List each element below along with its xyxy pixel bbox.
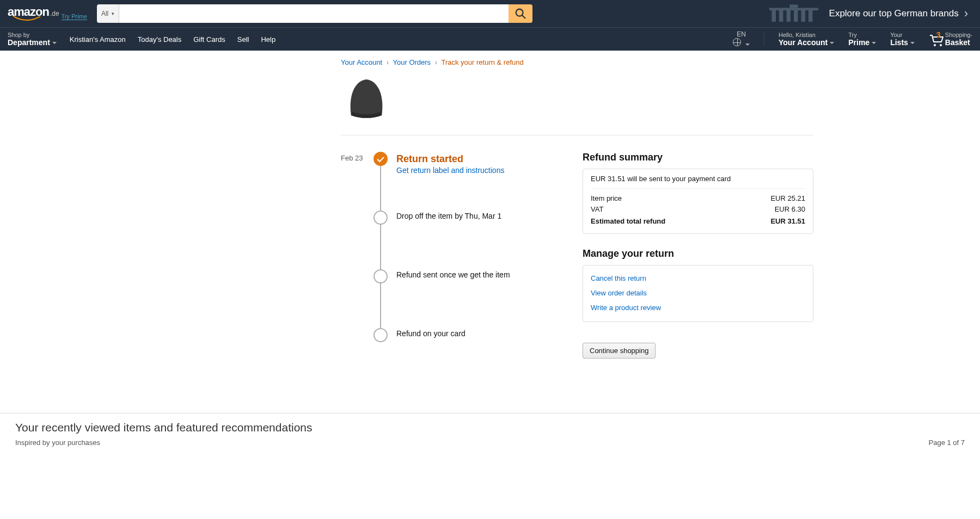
svg-point-11 bbox=[940, 44, 942, 46]
lists-menu[interactable]: Your Lists bbox=[890, 32, 915, 47]
nav-link-sell[interactable]: Sell bbox=[237, 35, 249, 44]
cart-count-badge: 3 bbox=[936, 30, 941, 39]
brandenburg-gate-icon bbox=[769, 4, 818, 23]
german-brands-promo[interactable]: Explore our top German brands › bbox=[532, 4, 975, 23]
globe-icon bbox=[733, 38, 741, 46]
logo-text: amazon bbox=[8, 5, 49, 18]
manage-return-card: Cancel this return View order details Wr… bbox=[583, 265, 813, 322]
chevron-down-icon bbox=[745, 44, 750, 46]
cancel-return-link[interactable]: Cancel this return bbox=[591, 271, 805, 286]
step-circle bbox=[373, 328, 388, 342]
prime-bottom-label: Prime bbox=[848, 38, 869, 47]
step-text: Drop off the item by Thu, Mar 1 bbox=[396, 211, 501, 220]
prime-top-label: Try bbox=[848, 32, 876, 38]
vat-value: EUR 6.30 bbox=[775, 204, 805, 215]
chevron-down-icon bbox=[910, 42, 915, 44]
search-category-dropdown[interactable]: All ▾ bbox=[97, 4, 119, 23]
language-selector[interactable]: EN bbox=[733, 30, 750, 48]
dept-bottom-label: Department bbox=[8, 38, 50, 47]
rvi-page-indicator: Page 1 of 7 bbox=[929, 438, 965, 447]
account-bottom-label: Your Account bbox=[779, 38, 828, 47]
step-text: Refund sent once we get the item bbox=[396, 269, 510, 279]
svg-rect-4 bbox=[779, 10, 783, 22]
step-text: Refund on your card bbox=[396, 328, 465, 338]
item-price-value: EUR 25.21 bbox=[770, 193, 805, 204]
dept-top-label: Shop by bbox=[8, 32, 57, 38]
total-refund-value: EUR 31.51 bbox=[770, 216, 805, 227]
timeline-step-dropoff: Drop off the item by Thu, Mar 1 bbox=[373, 211, 510, 269]
chevron-down-icon bbox=[830, 42, 834, 44]
nav-link-gift-cards[interactable]: Gift Cards bbox=[193, 35, 225, 44]
svg-rect-2 bbox=[769, 8, 818, 11]
nav-link-help[interactable]: Help bbox=[261, 35, 275, 44]
logo-domain: .de bbox=[50, 10, 59, 18]
step-circle bbox=[373, 269, 388, 283]
svg-rect-3 bbox=[771, 10, 776, 22]
svg-rect-7 bbox=[801, 10, 805, 22]
cart-bottom-label: Basket bbox=[945, 38, 972, 47]
svg-rect-9 bbox=[789, 5, 798, 8]
refund-summary-card: EUR 31.51 will be sent to your payment c… bbox=[583, 169, 813, 234]
breadcrumb-current: Track your return & refund bbox=[441, 58, 523, 66]
svg-point-10 bbox=[934, 44, 936, 46]
step-circle-active bbox=[373, 152, 388, 166]
chevron-down-icon bbox=[52, 42, 57, 44]
brands-promo-text: Explore our top German brands bbox=[829, 8, 959, 19]
prime-menu[interactable]: Try Prime bbox=[848, 32, 876, 47]
search-bar: All ▾ bbox=[97, 4, 532, 23]
svg-line-1 bbox=[522, 15, 525, 18]
nav-separator bbox=[764, 32, 764, 46]
breadcrumb-separator: › bbox=[387, 58, 389, 66]
search-dd-label: All bbox=[101, 10, 108, 17]
timeline-step-refund-card: Refund on your card bbox=[373, 328, 510, 342]
section-divider bbox=[341, 135, 813, 135]
timeline-step-return-started: Return started Get return label and inst… bbox=[373, 152, 510, 211]
lists-bottom-label: Lists bbox=[890, 38, 908, 47]
manage-return-title: Manage your return bbox=[583, 248, 813, 260]
vat-label: VAT bbox=[591, 204, 603, 215]
rvi-title: Your recently viewed items and featured … bbox=[15, 421, 965, 434]
item-price-label: Item price bbox=[591, 193, 622, 204]
cart-top-label: Shopping- bbox=[945, 32, 972, 38]
nav-link-my-amazon[interactable]: Kristian's Amazon bbox=[70, 35, 126, 44]
view-order-details-link[interactable]: View order details bbox=[591, 286, 805, 300]
timeline-step-refund-sent: Refund sent once we get the item bbox=[373, 269, 510, 328]
try-prime-link[interactable]: Try Prime bbox=[62, 13, 87, 20]
chevron-down-icon: ▾ bbox=[112, 11, 114, 16]
svg-rect-6 bbox=[794, 10, 798, 22]
refund-summary-title: Refund summary bbox=[583, 152, 813, 163]
amazon-logo[interactable]: amazon.de Try Prime bbox=[8, 6, 87, 21]
timeline-date: Feb 23 bbox=[341, 152, 373, 342]
account-menu[interactable]: Hello, Kristian Your Account bbox=[779, 32, 834, 47]
svg-rect-8 bbox=[808, 10, 813, 22]
nav-link-todays-deals[interactable]: Today's Deals bbox=[138, 35, 182, 44]
return-timeline: Return started Get return label and inst… bbox=[373, 152, 510, 342]
breadcrumb-separator: › bbox=[435, 58, 437, 66]
refund-topline: EUR 31.51 will be sent to your payment c… bbox=[591, 175, 805, 189]
step-title: Return started bbox=[396, 153, 504, 165]
chevron-down-icon bbox=[872, 42, 876, 44]
svg-rect-5 bbox=[786, 10, 791, 22]
write-review-link[interactable]: Write a product review bbox=[591, 300, 805, 315]
search-button[interactable] bbox=[509, 4, 532, 23]
step-circle bbox=[373, 211, 388, 225]
breadcrumb-your-orders[interactable]: Your Orders bbox=[393, 58, 431, 66]
lang-label: EN bbox=[737, 30, 746, 38]
search-input[interactable] bbox=[119, 4, 509, 23]
department-menu[interactable]: Shop by Department bbox=[8, 32, 57, 47]
breadcrumb: Your Account › Your Orders › Track your … bbox=[341, 55, 813, 72]
search-icon bbox=[514, 8, 526, 20]
chevron-right-icon: › bbox=[964, 7, 968, 21]
lists-top-label: Your bbox=[890, 32, 915, 38]
get-return-label-link[interactable]: Get return label and instructions bbox=[396, 166, 504, 175]
account-top-label: Hello, Kristian bbox=[779, 32, 834, 38]
rvi-subtitle: Inspired by your purchases bbox=[15, 438, 100, 447]
product-image[interactable] bbox=[341, 72, 392, 123]
continue-shopping-button[interactable]: Continue shopping bbox=[583, 343, 656, 359]
cart-link[interactable]: 3 Shopping- Basket bbox=[929, 32, 972, 47]
breadcrumb-your-account[interactable]: Your Account bbox=[341, 58, 382, 66]
total-refund-label: Estimated total refund bbox=[591, 216, 665, 227]
